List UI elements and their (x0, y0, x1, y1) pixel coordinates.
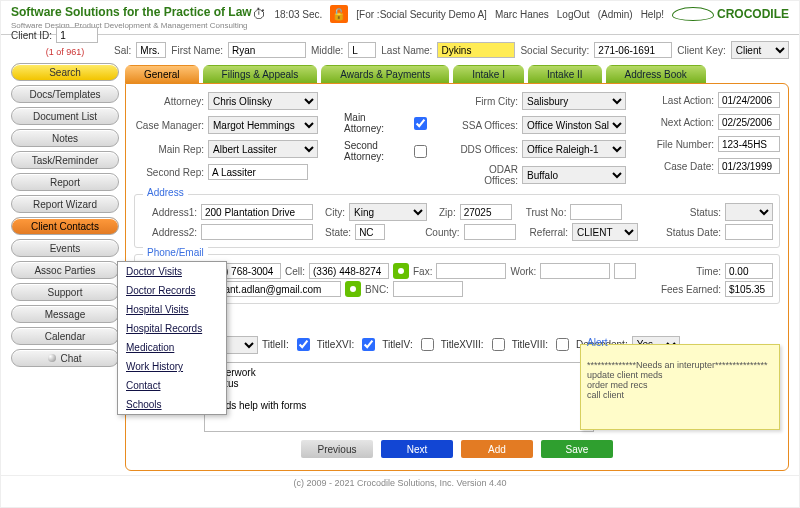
nav-chat[interactable]: Chat (11, 349, 119, 367)
status-select[interactable] (725, 203, 773, 221)
app-banner: Software Solutions for the Practice of L… (1, 1, 799, 32)
banner-right: ⏱ 18:03 Sec. 🔓 [For :Social Security Dem… (252, 5, 789, 23)
logout-link[interactable]: LogOut (557, 9, 590, 20)
zip-input[interactable] (460, 204, 512, 220)
sal-input[interactable] (136, 42, 166, 58)
menu-schools[interactable]: Schools (118, 395, 226, 414)
main-attorney-checkbox[interactable] (414, 117, 427, 130)
help-link[interactable]: Help! (641, 9, 664, 20)
work-ext-input[interactable] (614, 263, 636, 279)
session-timer: 18:03 Sec. (274, 9, 322, 20)
middle-label: Middle: (311, 45, 343, 56)
trust-input[interactable] (570, 204, 622, 220)
time-input[interactable] (725, 263, 773, 279)
client-contacts-menu: Doctor Visits Doctor Records Hospital Vi… (117, 261, 227, 415)
ssn-input[interactable] (594, 42, 672, 58)
brand-logo: CROCODILE (672, 7, 789, 21)
previous-button[interactable]: Previous (301, 440, 373, 458)
left-nav: Client ID: (1 of 961) Search Docs/Templa… (11, 65, 119, 471)
odar-select[interactable]: Buffalo (522, 166, 626, 184)
bnc-input[interactable] (393, 281, 463, 297)
tab-address[interactable]: Address Book (606, 65, 706, 84)
referral-select[interactable]: CLIENT (572, 223, 638, 241)
ssa-select[interactable]: Office Winston Sal (522, 116, 626, 134)
nav-notes[interactable]: Notes (11, 129, 119, 147)
nav-report-wizard[interactable]: Report Wizard (11, 195, 119, 213)
add-button[interactable]: Add (461, 440, 533, 458)
next-action-input[interactable] (718, 114, 780, 130)
file-number-input[interactable] (718, 136, 780, 152)
tab-filings[interactable]: Filings & Appeals (203, 65, 318, 84)
tab-intake2[interactable]: Intake II (528, 65, 602, 84)
sms-icon[interactable] (393, 263, 409, 279)
fax-input[interactable] (436, 263, 506, 279)
address2-input[interactable] (201, 224, 313, 240)
tab-general[interactable]: General (125, 65, 199, 84)
nav-support[interactable]: Support (11, 283, 119, 301)
lock-icon[interactable]: 🔓 (330, 5, 348, 23)
last-input[interactable] (437, 42, 515, 58)
address1-input[interactable] (201, 204, 313, 220)
attorney-select[interactable]: Chris Olinsky (208, 92, 318, 110)
casemgr-select[interactable]: Margot Hemmings (208, 116, 318, 134)
menu-medication[interactable]: Medication (118, 338, 226, 357)
county-input[interactable] (464, 224, 516, 240)
middle-input[interactable] (348, 42, 376, 58)
phone-fieldset: Phone/Email Phone: Cell: Fax: Work: Time… (134, 254, 780, 304)
nav-docs-templates[interactable]: Docs/Templates (11, 85, 119, 103)
nav-events[interactable]: Events (11, 239, 119, 257)
menu-contact[interactable]: Contact (118, 376, 226, 395)
nav-client-contacts[interactable]: Client Contacts (11, 217, 119, 235)
secondrep-input[interactable] (208, 164, 308, 180)
next-button[interactable]: Next (381, 440, 453, 458)
last-action-input[interactable] (718, 92, 780, 108)
partial-letter: s (204, 316, 780, 327)
menu-doctor-visits[interactable]: Doctor Visits (118, 262, 226, 281)
save-button[interactable]: Save (541, 440, 613, 458)
record-position: (1 of 961) (11, 47, 119, 57)
case-date-input[interactable] (718, 158, 780, 174)
nav-document-list[interactable]: Document List (11, 107, 119, 125)
client-id-label: Client ID: (11, 30, 52, 41)
search-button[interactable]: Search (11, 63, 119, 81)
nav-report[interactable]: Report (11, 173, 119, 191)
mainrep-select[interactable]: Albert Lassiter (208, 140, 318, 158)
first-label: First Name: (171, 45, 223, 56)
title2-checkbox[interactable] (297, 338, 310, 351)
fees-input[interactable] (725, 281, 773, 297)
menu-hospital-visits[interactable]: Hospital Visits (118, 300, 226, 319)
tab-awards[interactable]: Awards & Payments (321, 65, 449, 84)
nav-assoc-parties[interactable]: Assoc Parties (11, 261, 119, 279)
ssn-label: Social Security: (520, 45, 589, 56)
clock-icon: ⏱ (252, 6, 266, 22)
city-select[interactable]: King (349, 203, 427, 221)
user-link[interactable]: Marc Hanes (495, 9, 549, 20)
work-input[interactable] (540, 263, 610, 279)
tab-intake1[interactable]: Intake I (453, 65, 524, 84)
address-fieldset: Address Address1: City:King Zip: Trust N… (134, 194, 780, 248)
status-date-input[interactable] (725, 224, 773, 240)
nav-task-reminder[interactable]: Task/Reminder (11, 151, 119, 169)
admin-link[interactable]: (Admin) (598, 9, 633, 20)
client-key-select[interactable]: Client (731, 41, 789, 59)
first-input[interactable] (228, 42, 306, 58)
menu-doctor-records[interactable]: Doctor Records (118, 281, 226, 300)
title4-checkbox[interactable] (421, 338, 434, 351)
dds-select[interactable]: Office Raleigh-1 (522, 140, 626, 158)
email-icon[interactable] (345, 281, 361, 297)
firmcity-select[interactable]: Salisbury (522, 92, 626, 110)
nav-calendar[interactable]: Calendar (11, 327, 119, 345)
second-attorney-checkbox[interactable] (414, 145, 427, 158)
title8-checkbox[interactable] (556, 338, 569, 351)
state-input[interactable] (355, 224, 385, 240)
identity-row: Sal: First Name: Middle: Last Name: Soci… (1, 39, 799, 65)
menu-hospital-records[interactable]: Hospital Records (118, 319, 226, 338)
menu-work-history[interactable]: Work History (118, 357, 226, 376)
client-notes-textarea[interactable] (204, 362, 594, 432)
client-id-input[interactable] (56, 27, 98, 43)
title16-checkbox[interactable] (362, 338, 375, 351)
title18-checkbox[interactable] (492, 338, 505, 351)
client-id-block: Client ID: (11, 27, 119, 43)
cell-input[interactable] (309, 263, 389, 279)
nav-message[interactable]: Message (11, 305, 119, 323)
